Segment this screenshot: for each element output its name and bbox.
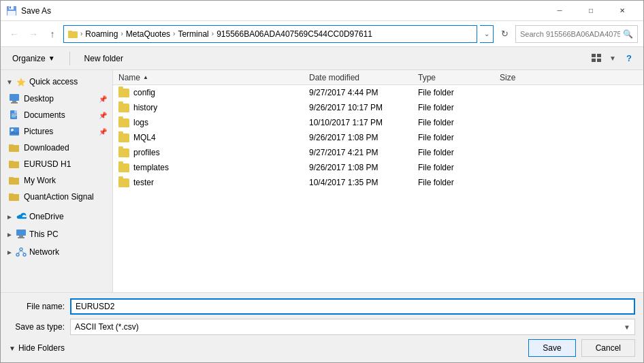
sidebar-item-eurusd[interactable]: EURUSD H1 bbox=[1, 156, 112, 172]
svg-rect-15 bbox=[14, 110, 17, 113]
cancel-label: Cancel bbox=[596, 343, 621, 353]
close-button[interactable]: ✕ bbox=[607, 1, 638, 21]
table-row[interactable]: profiles 9/27/2017 4:21 PM File folder bbox=[113, 145, 643, 160]
svg-rect-31 bbox=[19, 236, 23, 237]
svg-rect-2 bbox=[10, 6, 11, 8]
path-sep-2: › bbox=[120, 30, 123, 37]
save-button[interactable]: Save bbox=[528, 339, 575, 357]
sidebar-thispc-header[interactable]: ► This PC bbox=[1, 225, 112, 243]
path-terminal: Terminal bbox=[178, 29, 208, 39]
table-row[interactable]: logs 10/10/2017 1:17 PM File folder bbox=[113, 115, 643, 130]
organize-chevron: ▼ bbox=[48, 54, 55, 62]
view-button[interactable] bbox=[587, 50, 605, 67]
save-as-dialog: Save As ─ □ ✕ ← → ↑ › Roaming › MetaQuot… bbox=[0, 0, 644, 363]
filetype-row: Save as type: ASCII Text (*.csv) ▼ bbox=[9, 319, 635, 335]
col-size-label: Size bbox=[500, 73, 515, 82]
svg-rect-8 bbox=[592, 59, 596, 62]
toolbar: Organize ▼ New folder ▼ ? bbox=[1, 47, 643, 70]
sidebar-item-quantaction[interactable]: QuantAction Signal bbox=[1, 189, 112, 205]
file-date: 10/4/2017 1:35 PM bbox=[309, 178, 418, 187]
sidebar-item-mywork[interactable]: My Work bbox=[1, 172, 112, 189]
folder-icon bbox=[118, 148, 129, 157]
network-chevron-icon: ► bbox=[6, 249, 13, 256]
search-box: 🔍 bbox=[515, 25, 638, 43]
view-chevron-button[interactable]: ▼ bbox=[608, 50, 617, 67]
file-name: MQL4 bbox=[133, 133, 156, 142]
title-text: Save As bbox=[21, 6, 51, 16]
thispc-icon bbox=[16, 229, 27, 240]
hide-folders-label: Hide Folders bbox=[18, 343, 65, 353]
file-name: history bbox=[133, 103, 157, 112]
sidebar-quick-access-header[interactable]: ▼ Quick access bbox=[1, 73, 112, 91]
organize-button[interactable]: Organize ▼ bbox=[6, 51, 61, 66]
svg-rect-16 bbox=[12, 114, 17, 114]
file-name: profiles bbox=[133, 148, 160, 157]
refresh-button[interactable]: ↻ bbox=[496, 26, 513, 42]
file-type: File folder bbox=[418, 88, 500, 97]
file-date: 9/27/2017 4:44 PM bbox=[309, 88, 418, 97]
sidebar-item-downloaded[interactable]: Downloaded bbox=[1, 140, 112, 156]
svg-marker-10 bbox=[16, 78, 25, 86]
quantaction-label: QuantAction Signal bbox=[24, 192, 107, 202]
column-name[interactable]: Name ▲ bbox=[118, 73, 309, 82]
hide-folders-toggle[interactable]: ▼ Hide Folders bbox=[9, 341, 65, 356]
up-button[interactable]: ↑ bbox=[44, 26, 61, 42]
main-content: ▼ Quick access Desktop 📌 bbox=[1, 70, 643, 292]
file-type: File folder bbox=[418, 133, 500, 142]
file-date: 9/27/2017 4:21 PM bbox=[309, 148, 418, 157]
organize-label: Organize bbox=[12, 54, 46, 63]
table-row[interactable]: config 9/27/2017 4:44 PM File folder bbox=[113, 85, 643, 100]
filetype-select[interactable]: ASCII Text (*.csv) ▼ bbox=[70, 319, 635, 335]
column-type[interactable]: Type bbox=[418, 73, 500, 82]
address-path[interactable]: › Roaming › MetaQuotes › Terminal › 9155… bbox=[63, 25, 477, 43]
svg-rect-30 bbox=[16, 230, 26, 236]
path-id: 915566BA06ADA407569C544CC0D97611 bbox=[216, 29, 372, 39]
sidebar-item-pictures[interactable]: Pictures 📌 bbox=[1, 123, 112, 140]
column-size[interactable]: Size bbox=[500, 73, 554, 82]
folder-path-icon bbox=[68, 29, 78, 39]
file-type: File folder bbox=[418, 148, 500, 157]
table-row[interactable]: MQL4 9/26/2017 1:08 PM File folder bbox=[113, 130, 643, 145]
address-dropdown[interactable]: ⌄ bbox=[480, 25, 494, 43]
desktop-pin-icon: 📌 bbox=[99, 95, 107, 103]
path-sep-3: › bbox=[173, 30, 175, 37]
filetype-label: Save as type: bbox=[9, 322, 70, 332]
file-name: tester bbox=[133, 178, 154, 187]
address-bar: ← → ↑ › Roaming › MetaQuotes › Terminal … bbox=[1, 21, 643, 47]
column-date[interactable]: Date modified bbox=[309, 73, 418, 82]
sidebar-item-desktop[interactable]: Desktop 📌 bbox=[1, 91, 112, 107]
sidebar-onedrive-header[interactable]: ► OneDrive bbox=[1, 208, 112, 225]
file-type: File folder bbox=[418, 163, 500, 172]
table-row[interactable]: templates 9/26/2017 1:08 PM File folder bbox=[113, 160, 643, 175]
filetype-dropdown-icon: ▼ bbox=[624, 323, 630, 331]
quick-access-star-icon bbox=[16, 76, 27, 87]
table-row[interactable]: tester 10/4/2017 1:35 PM File folder bbox=[113, 175, 643, 190]
table-row[interactable]: history 9/26/2017 10:17 PM File folder bbox=[113, 100, 643, 115]
forward-button[interactable]: → bbox=[25, 26, 42, 42]
network-icon bbox=[16, 247, 27, 257]
eurusd-folder-icon bbox=[9, 159, 20, 170]
save-icon bbox=[6, 5, 17, 16]
back-button[interactable]: ← bbox=[6, 26, 22, 42]
cancel-button[interactable]: Cancel bbox=[581, 339, 635, 357]
file-name: logs bbox=[133, 118, 148, 127]
file-type: File folder bbox=[418, 118, 500, 127]
help-button[interactable]: ? bbox=[620, 50, 638, 67]
filename-input[interactable] bbox=[70, 298, 635, 315]
documents-label: Documents bbox=[24, 110, 95, 120]
documents-pin-icon: 📌 bbox=[99, 112, 107, 119]
filetype-value: ASCII Text (*.csv) bbox=[75, 322, 139, 332]
folder-icon bbox=[118, 178, 129, 187]
new-folder-button[interactable]: New folder bbox=[78, 51, 129, 66]
svg-rect-18 bbox=[12, 116, 16, 117]
minimize-button[interactable]: ─ bbox=[544, 1, 575, 21]
quick-access-label: Quick access bbox=[29, 77, 78, 86]
sidebar-network-header[interactable]: ► Network bbox=[1, 243, 112, 261]
pictures-label: Pictures bbox=[24, 127, 95, 136]
sidebar-item-documents[interactable]: Documents 📌 bbox=[1, 107, 112, 123]
search-input[interactable] bbox=[520, 30, 620, 38]
path-sep-4: › bbox=[212, 30, 214, 37]
folder-icon bbox=[118, 104, 129, 112]
file-rows-container: config 9/27/2017 4:44 PM File folder his… bbox=[113, 85, 643, 190]
maximize-button[interactable]: □ bbox=[575, 1, 607, 21]
